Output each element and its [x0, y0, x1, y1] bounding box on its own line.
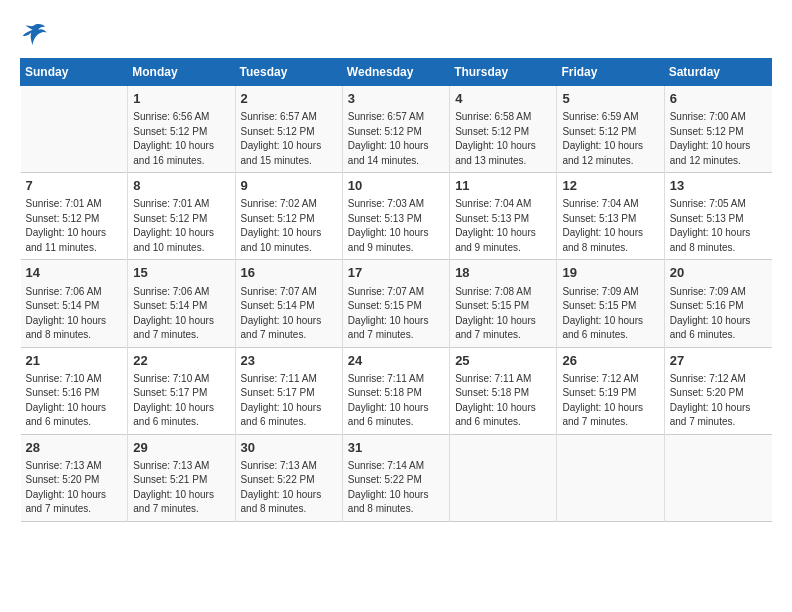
column-header-wednesday: Wednesday — [342, 59, 449, 86]
calendar-cell — [21, 86, 128, 173]
day-number: 29 — [133, 439, 229, 457]
day-number: 14 — [26, 264, 123, 282]
day-number: 24 — [348, 352, 444, 370]
calendar-cell: 14Sunrise: 7:06 AM Sunset: 5:14 PM Dayli… — [21, 260, 128, 347]
day-number: 21 — [26, 352, 123, 370]
calendar-cell: 2Sunrise: 6:57 AM Sunset: 5:12 PM Daylig… — [235, 86, 342, 173]
calendar-cell: 21Sunrise: 7:10 AM Sunset: 5:16 PM Dayli… — [21, 347, 128, 434]
calendar-cell: 26Sunrise: 7:12 AM Sunset: 5:19 PM Dayli… — [557, 347, 664, 434]
day-number: 13 — [670, 177, 767, 195]
day-info: Sunrise: 7:10 AM Sunset: 5:16 PM Dayligh… — [26, 372, 123, 430]
day-number: 16 — [241, 264, 337, 282]
calendar-cell: 30Sunrise: 7:13 AM Sunset: 5:22 PM Dayli… — [235, 434, 342, 521]
calendar-cell: 7Sunrise: 7:01 AM Sunset: 5:12 PM Daylig… — [21, 173, 128, 260]
column-header-thursday: Thursday — [450, 59, 557, 86]
day-info: Sunrise: 7:13 AM Sunset: 5:20 PM Dayligh… — [26, 459, 123, 517]
column-header-saturday: Saturday — [664, 59, 771, 86]
calendar-week-row: 28Sunrise: 7:13 AM Sunset: 5:20 PM Dayli… — [21, 434, 772, 521]
day-info: Sunrise: 6:56 AM Sunset: 5:12 PM Dayligh… — [133, 110, 229, 168]
day-info: Sunrise: 7:04 AM Sunset: 5:13 PM Dayligh… — [455, 197, 551, 255]
day-info: Sunrise: 7:04 AM Sunset: 5:13 PM Dayligh… — [562, 197, 658, 255]
day-info: Sunrise: 6:58 AM Sunset: 5:12 PM Dayligh… — [455, 110, 551, 168]
column-header-monday: Monday — [128, 59, 235, 86]
day-number: 9 — [241, 177, 337, 195]
day-info: Sunrise: 7:07 AM Sunset: 5:14 PM Dayligh… — [241, 285, 337, 343]
calendar-cell: 28Sunrise: 7:13 AM Sunset: 5:20 PM Dayli… — [21, 434, 128, 521]
calendar-cell: 6Sunrise: 7:00 AM Sunset: 5:12 PM Daylig… — [664, 86, 771, 173]
calendar-cell: 10Sunrise: 7:03 AM Sunset: 5:13 PM Dayli… — [342, 173, 449, 260]
calendar-cell: 9Sunrise: 7:02 AM Sunset: 5:12 PM Daylig… — [235, 173, 342, 260]
day-info: Sunrise: 7:02 AM Sunset: 5:12 PM Dayligh… — [241, 197, 337, 255]
day-info: Sunrise: 7:12 AM Sunset: 5:20 PM Dayligh… — [670, 372, 767, 430]
calendar-cell: 13Sunrise: 7:05 AM Sunset: 5:13 PM Dayli… — [664, 173, 771, 260]
day-info: Sunrise: 7:11 AM Sunset: 5:17 PM Dayligh… — [241, 372, 337, 430]
day-number: 8 — [133, 177, 229, 195]
calendar-cell: 23Sunrise: 7:11 AM Sunset: 5:17 PM Dayli… — [235, 347, 342, 434]
calendar-cell: 11Sunrise: 7:04 AM Sunset: 5:13 PM Dayli… — [450, 173, 557, 260]
calendar-cell: 20Sunrise: 7:09 AM Sunset: 5:16 PM Dayli… — [664, 260, 771, 347]
calendar-cell: 17Sunrise: 7:07 AM Sunset: 5:15 PM Dayli… — [342, 260, 449, 347]
day-info: Sunrise: 7:10 AM Sunset: 5:17 PM Dayligh… — [133, 372, 229, 430]
day-info: Sunrise: 7:08 AM Sunset: 5:15 PM Dayligh… — [455, 285, 551, 343]
day-info: Sunrise: 6:59 AM Sunset: 5:12 PM Dayligh… — [562, 110, 658, 168]
calendar-cell: 8Sunrise: 7:01 AM Sunset: 5:12 PM Daylig… — [128, 173, 235, 260]
day-number: 30 — [241, 439, 337, 457]
day-info: Sunrise: 7:06 AM Sunset: 5:14 PM Dayligh… — [133, 285, 229, 343]
calendar-cell: 25Sunrise: 7:11 AM Sunset: 5:18 PM Dayli… — [450, 347, 557, 434]
day-info: Sunrise: 7:14 AM Sunset: 5:22 PM Dayligh… — [348, 459, 444, 517]
calendar-week-row: 7Sunrise: 7:01 AM Sunset: 5:12 PM Daylig… — [21, 173, 772, 260]
calendar-cell: 19Sunrise: 7:09 AM Sunset: 5:15 PM Dayli… — [557, 260, 664, 347]
day-info: Sunrise: 7:13 AM Sunset: 5:22 PM Dayligh… — [241, 459, 337, 517]
day-info: Sunrise: 7:05 AM Sunset: 5:13 PM Dayligh… — [670, 197, 767, 255]
day-info: Sunrise: 7:03 AM Sunset: 5:13 PM Dayligh… — [348, 197, 444, 255]
day-number: 22 — [133, 352, 229, 370]
day-number: 18 — [455, 264, 551, 282]
day-number: 27 — [670, 352, 767, 370]
day-number: 28 — [26, 439, 123, 457]
day-number: 15 — [133, 264, 229, 282]
day-info: Sunrise: 7:09 AM Sunset: 5:15 PM Dayligh… — [562, 285, 658, 343]
calendar-cell: 4Sunrise: 6:58 AM Sunset: 5:12 PM Daylig… — [450, 86, 557, 173]
day-number: 25 — [455, 352, 551, 370]
day-number: 31 — [348, 439, 444, 457]
day-number: 26 — [562, 352, 658, 370]
day-number: 3 — [348, 90, 444, 108]
calendar-cell: 29Sunrise: 7:13 AM Sunset: 5:21 PM Dayli… — [128, 434, 235, 521]
day-number: 10 — [348, 177, 444, 195]
calendar-cell: 15Sunrise: 7:06 AM Sunset: 5:14 PM Dayli… — [128, 260, 235, 347]
calendar-cell: 31Sunrise: 7:14 AM Sunset: 5:22 PM Dayli… — [342, 434, 449, 521]
calendar-cell: 1Sunrise: 6:56 AM Sunset: 5:12 PM Daylig… — [128, 86, 235, 173]
logo — [20, 20, 52, 48]
calendar-week-row: 21Sunrise: 7:10 AM Sunset: 5:16 PM Dayli… — [21, 347, 772, 434]
day-info: Sunrise: 7:11 AM Sunset: 5:18 PM Dayligh… — [348, 372, 444, 430]
column-header-sunday: Sunday — [21, 59, 128, 86]
calendar-cell: 22Sunrise: 7:10 AM Sunset: 5:17 PM Dayli… — [128, 347, 235, 434]
day-number: 12 — [562, 177, 658, 195]
day-info: Sunrise: 7:01 AM Sunset: 5:12 PM Dayligh… — [26, 197, 123, 255]
day-info: Sunrise: 7:12 AM Sunset: 5:19 PM Dayligh… — [562, 372, 658, 430]
day-number: 11 — [455, 177, 551, 195]
day-info: Sunrise: 7:01 AM Sunset: 5:12 PM Dayligh… — [133, 197, 229, 255]
day-number: 7 — [26, 177, 123, 195]
day-number: 4 — [455, 90, 551, 108]
day-number: 5 — [562, 90, 658, 108]
calendar-cell: 24Sunrise: 7:11 AM Sunset: 5:18 PM Dayli… — [342, 347, 449, 434]
calendar-header-row: SundayMondayTuesdayWednesdayThursdayFrid… — [21, 59, 772, 86]
column-header-tuesday: Tuesday — [235, 59, 342, 86]
calendar-cell: 3Sunrise: 6:57 AM Sunset: 5:12 PM Daylig… — [342, 86, 449, 173]
day-info: Sunrise: 7:11 AM Sunset: 5:18 PM Dayligh… — [455, 372, 551, 430]
calendar-cell — [664, 434, 771, 521]
page-header — [20, 20, 772, 48]
calendar-week-row: 1Sunrise: 6:56 AM Sunset: 5:12 PM Daylig… — [21, 86, 772, 173]
calendar-week-row: 14Sunrise: 7:06 AM Sunset: 5:14 PM Dayli… — [21, 260, 772, 347]
day-info: Sunrise: 7:07 AM Sunset: 5:15 PM Dayligh… — [348, 285, 444, 343]
day-number: 23 — [241, 352, 337, 370]
column-header-friday: Friday — [557, 59, 664, 86]
calendar-cell: 12Sunrise: 7:04 AM Sunset: 5:13 PM Dayli… — [557, 173, 664, 260]
day-number: 20 — [670, 264, 767, 282]
calendar-cell — [557, 434, 664, 521]
day-info: Sunrise: 7:13 AM Sunset: 5:21 PM Dayligh… — [133, 459, 229, 517]
day-number: 6 — [670, 90, 767, 108]
day-info: Sunrise: 6:57 AM Sunset: 5:12 PM Dayligh… — [241, 110, 337, 168]
day-info: Sunrise: 7:06 AM Sunset: 5:14 PM Dayligh… — [26, 285, 123, 343]
